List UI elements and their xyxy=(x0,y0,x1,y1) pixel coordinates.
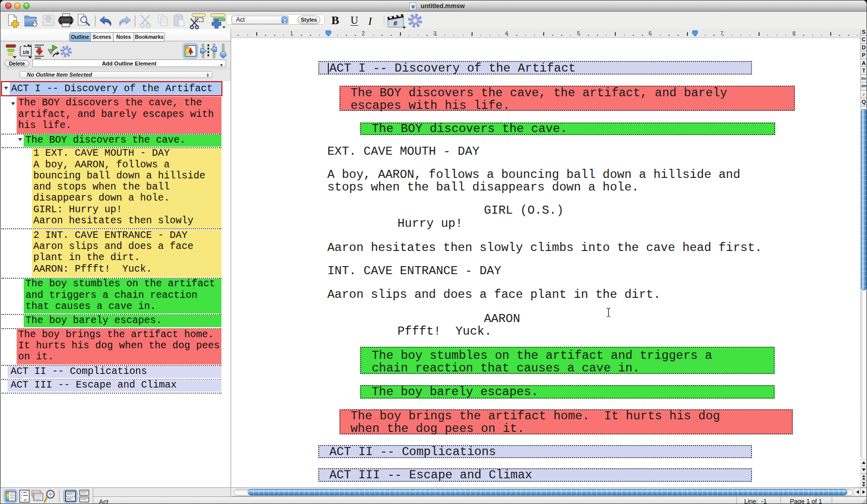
svg-text:1/8: 1/8 xyxy=(22,49,29,55)
svg-text:#: # xyxy=(393,19,397,27)
